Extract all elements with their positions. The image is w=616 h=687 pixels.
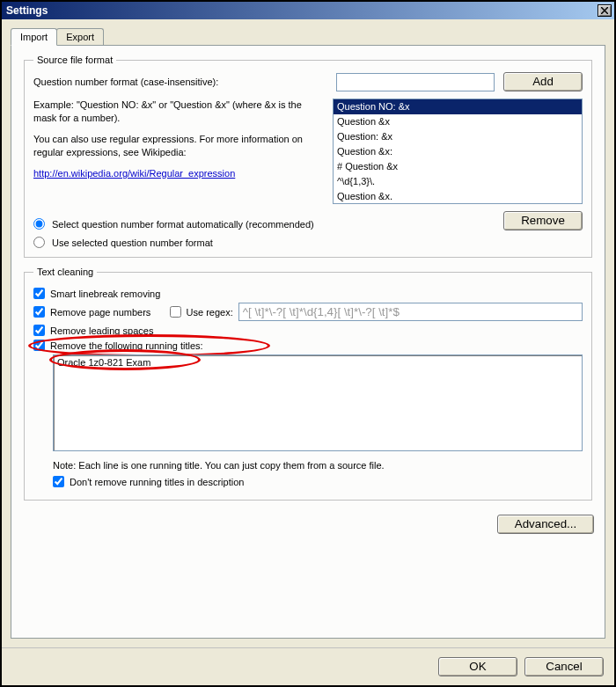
window-title: Settings — [6, 4, 598, 17]
add-button[interactable]: Add — [503, 72, 583, 91]
qformat-input[interactable] — [336, 73, 495, 91]
radio-manual[interactable] — [33, 237, 45, 248]
ok-button[interactable]: OK — [438, 657, 517, 676]
dialog-buttons: OK Cancel — [2, 647, 614, 685]
qformat-label: Question number format (case-insensitive… — [33, 77, 327, 87]
check-use-regex[interactable] — [170, 306, 181, 318]
radio-auto-label: Select question number format automatica… — [52, 219, 314, 230]
regex-field — [238, 303, 583, 321]
list-item[interactable]: Question: &x — [334, 129, 582, 144]
import-pane: Source file format Question number forma… — [11, 45, 605, 639]
tabs: Import Export — [11, 28, 605, 45]
check-use-regex-label: Use regex: — [187, 307, 233, 318]
check-smart-linebreak[interactable] — [33, 288, 45, 299]
list-item[interactable]: ^\d{1,3}\. — [334, 174, 582, 189]
source-legend: Source file format — [33, 55, 116, 65]
close-icon — [601, 7, 608, 14]
list-item[interactable]: Question &x: — [334, 144, 582, 159]
radio-manual-label: Use selected question number format — [52, 238, 213, 248]
radio-auto[interactable] — [33, 218, 45, 230]
tab-import[interactable]: Import — [11, 28, 57, 46]
check-remove-leading[interactable] — [33, 325, 45, 336]
regex-info-text: You can also use regular expressions. Fo… — [33, 133, 324, 160]
check-dont-remove-desc-label: Don't remove running titles in descripti… — [70, 477, 244, 487]
running-titles-textarea[interactable] — [53, 354, 583, 451]
source-file-format-group: Source file format Question number forma… — [24, 55, 592, 258]
list-item[interactable]: Question NO: &x — [334, 99, 582, 114]
check-remove-pagenum-label: Remove page numbers — [50, 307, 150, 318]
close-button[interactable] — [598, 4, 612, 17]
text-cleaning-group: Text cleaning Smart linebreak removing R… — [24, 267, 592, 501]
check-remove-running-label: Remove the following running titles: — [50, 340, 203, 351]
titlebar: Settings — [2, 2, 614, 19]
format-listbox[interactable]: Question NO: &x Question &x Question: &x… — [333, 99, 583, 204]
list-item[interactable]: # Question &x — [334, 159, 582, 174]
check-remove-pagenum[interactable] — [33, 306, 45, 318]
list-item[interactable]: Question &x. — [334, 189, 582, 204]
regex-wiki-link[interactable]: http://en.wikipedia.org/wiki/Regular_exp… — [33, 168, 235, 179]
settings-window: Settings Import Export Source file forma… — [0, 0, 616, 687]
source-left-text: Example: "Question NO: &x" or "Question … — [33, 99, 324, 204]
list-item[interactable]: Question &x — [334, 114, 582, 129]
advanced-button[interactable]: Advanced... — [497, 515, 594, 534]
tab-export[interactable]: Export — [56, 28, 104, 45]
check-smart-linebreak-label: Smart linebreak removing — [50, 289, 160, 299]
running-titles-wrap — [53, 354, 583, 453]
check-remove-running[interactable] — [33, 340, 45, 351]
check-dont-remove-desc[interactable] — [53, 476, 64, 487]
cancel-button[interactable]: Cancel — [524, 657, 604, 676]
check-remove-leading-label: Remove leading spaces — [50, 325, 153, 336]
content-area: Import Export Source file format Questio… — [2, 19, 614, 647]
example-text: Example: "Question NO: &x" or "Question … — [33, 99, 324, 126]
cleaning-legend: Text cleaning — [33, 267, 97, 277]
remove-button[interactable]: Remove — [503, 211, 583, 230]
running-note: Note: Each line is one running title. Yo… — [53, 460, 583, 471]
